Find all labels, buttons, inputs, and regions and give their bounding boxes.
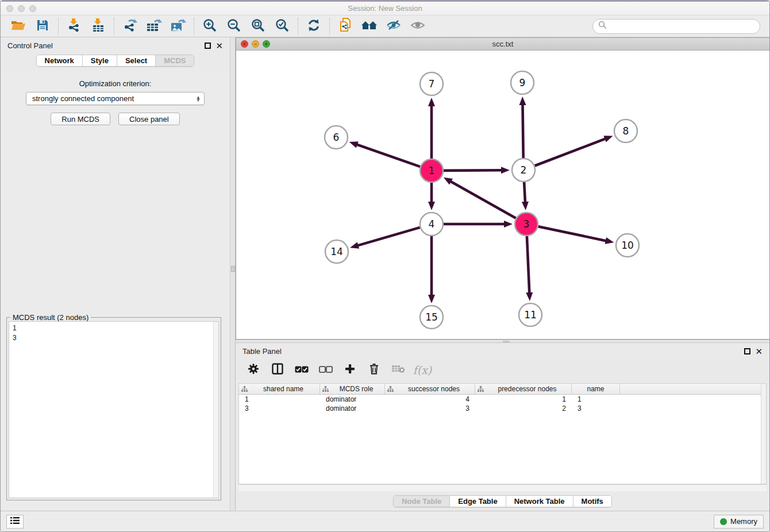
- result-scrollbar[interactable]: [213, 322, 218, 498]
- go-home-button[interactable]: [357, 17, 382, 36]
- cell-predecessor-nodes[interactable]: 2: [475, 404, 572, 413]
- table-horizontal-scrollbar[interactable]: [238, 484, 767, 491]
- table-row[interactable]: 3dominator323: [239, 404, 766, 413]
- cell-successor-nodes[interactable]: 3: [385, 404, 475, 413]
- open-session-button[interactable]: [6, 17, 30, 36]
- tab-style[interactable]: Style: [83, 55, 117, 66]
- zoom-fit-icon: [251, 18, 265, 35]
- save-session-button[interactable]: [30, 17, 55, 36]
- graph-node-label-15: 15: [425, 311, 438, 323]
- memory-button[interactable]: Memory: [714, 515, 764, 529]
- cell-MCDS-role[interactable]: dominator: [320, 404, 385, 413]
- plus-icon: [345, 364, 355, 376]
- hide-selected-button[interactable]: [382, 17, 406, 36]
- close-table-panel-icon[interactable]: ✕: [755, 348, 763, 354]
- tab-edge-table[interactable]: Edge Table: [450, 496, 506, 507]
- shared-column-icon: [478, 386, 484, 392]
- run-mcds-button[interactable]: Run MCDS: [51, 113, 110, 125]
- graph-node-label-8: 8: [623, 125, 629, 137]
- shared-column-icon: [241, 386, 248, 392]
- tab-motifs[interactable]: Motifs: [573, 496, 611, 507]
- graph-edge-2-9[interactable]: [522, 104, 523, 158]
- criterion-select[interactable]: strongly connected component ▲▼: [26, 92, 205, 105]
- column-header-name[interactable]: name: [572, 384, 620, 394]
- table-settings-button[interactable]: [244, 361, 263, 379]
- network-graph[interactable]: 7968124314101511: [236, 51, 769, 338]
- control-panel: Control Panel ✕ NetworkStyleSelectMCDS O…: [1, 37, 230, 511]
- export-table-button[interactable]: [142, 17, 166, 36]
- graph-node-label-3: 3: [523, 218, 530, 230]
- network-zoom-button[interactable]: +: [263, 40, 270, 48]
- delete-column-button[interactable]: [364, 361, 384, 379]
- close-panel-button[interactable]: Close panel: [118, 113, 180, 125]
- cell-predecessor-nodes[interactable]: 1: [475, 395, 572, 404]
- tab-mcds[interactable]: MCDS: [156, 55, 194, 66]
- zoom-selected-button[interactable]: [270, 17, 294, 36]
- export-image-icon: [170, 18, 187, 35]
- graph-edge-2-3[interactable]: [524, 182, 525, 203]
- network-canvas[interactable]: 7968124314101511: [236, 51, 769, 339]
- graph-edge-3-11[interactable]: [527, 236, 529, 294]
- export-image-button[interactable]: [166, 17, 190, 36]
- show-all-button[interactable]: [406, 17, 430, 36]
- graph-edge-2-8[interactable]: [535, 138, 606, 165]
- memory-label: Memory: [730, 517, 757, 526]
- window-titlebar[interactable]: Session: New Session: [1, 2, 769, 16]
- tab-node-table[interactable]: Node Table: [394, 496, 450, 507]
- import-table-button[interactable]: [86, 17, 110, 36]
- column-header-MCDS-role[interactable]: MCDS role: [320, 384, 385, 394]
- cell-name[interactable]: 3: [572, 404, 620, 413]
- float-table-panel-icon[interactable]: [744, 348, 750, 354]
- network-minimize-button[interactable]: −: [252, 40, 259, 48]
- zoom-in-button[interactable]: [198, 17, 222, 36]
- import-network-button[interactable]: [62, 17, 86, 36]
- graph-edge-3-10[interactable]: [538, 226, 607, 241]
- search-box[interactable]: [592, 19, 760, 34]
- table-vertical-scrollbar[interactable]: [761, 384, 766, 484]
- search-input[interactable]: [610, 22, 754, 30]
- graph-edge-3-1[interactable]: [450, 181, 515, 218]
- tab-select[interactable]: Select: [117, 55, 156, 66]
- deselect-all-button[interactable]: [316, 361, 336, 379]
- cell-successor-nodes[interactable]: 4: [385, 395, 475, 404]
- graph-edge-1-2[interactable]: [444, 170, 502, 171]
- column-header-shared-name[interactable]: shared name: [239, 384, 320, 394]
- cell-shared-name[interactable]: 1: [239, 395, 320, 404]
- splitter-handle[interactable]: [503, 341, 510, 342]
- column-header-predecessor-nodes[interactable]: predecessor nodes: [475, 384, 572, 394]
- clone-network-button[interactable]: [333, 17, 357, 36]
- table-body[interactable]: 1dominator4113dominator323: [239, 395, 766, 484]
- network-window: ✕ − + scc.txt 7968124314101511: [236, 37, 769, 340]
- mcds-result-list[interactable]: 13: [9, 321, 219, 498]
- tab-network[interactable]: Network: [37, 55, 83, 66]
- tab-network-table[interactable]: Network Table: [506, 496, 573, 507]
- console-button[interactable]: [6, 515, 24, 529]
- column-header-successor-nodes[interactable]: successor nodes: [385, 384, 475, 394]
- refresh-view-button[interactable]: [302, 17, 326, 36]
- graph-arrowhead-3-1: [444, 178, 453, 185]
- add-column-button[interactable]: [340, 361, 360, 379]
- zoom-fit-button[interactable]: [246, 17, 270, 36]
- select-all-button[interactable]: [292, 361, 311, 379]
- graph-arrowhead-4-3: [504, 221, 513, 228]
- close-panel-icon[interactable]: ✕: [215, 43, 223, 49]
- table-panel: Table Panel ✕: [236, 343, 769, 511]
- column-layout-button[interactable]: [268, 361, 287, 379]
- cell-name[interactable]: 1: [572, 395, 620, 404]
- zoom-out-button[interactable]: [222, 17, 246, 36]
- splitter-handle[interactable]: [231, 266, 235, 272]
- unchecked-checkboxes-icon: [319, 365, 333, 375]
- cell-shared-name[interactable]: 3: [239, 404, 320, 413]
- table-row[interactable]: 1dominator411: [239, 395, 766, 404]
- control-panel-title: Control Panel: [7, 41, 205, 50]
- vertical-splitter[interactable]: [230, 37, 236, 511]
- network-window-titlebar[interactable]: ✕ − + scc.txt: [236, 38, 769, 51]
- cell-MCDS-role[interactable]: dominator: [320, 395, 385, 404]
- export-network-button[interactable]: [118, 17, 142, 36]
- network-close-button[interactable]: ✕: [241, 40, 248, 48]
- toolbar-separator: [58, 18, 59, 35]
- graph-edge-1-6[interactable]: [356, 144, 420, 167]
- float-panel-icon[interactable]: [205, 43, 211, 49]
- graph-edge-4-14[interactable]: [357, 228, 420, 246]
- shared-column-icon: [322, 386, 329, 392]
